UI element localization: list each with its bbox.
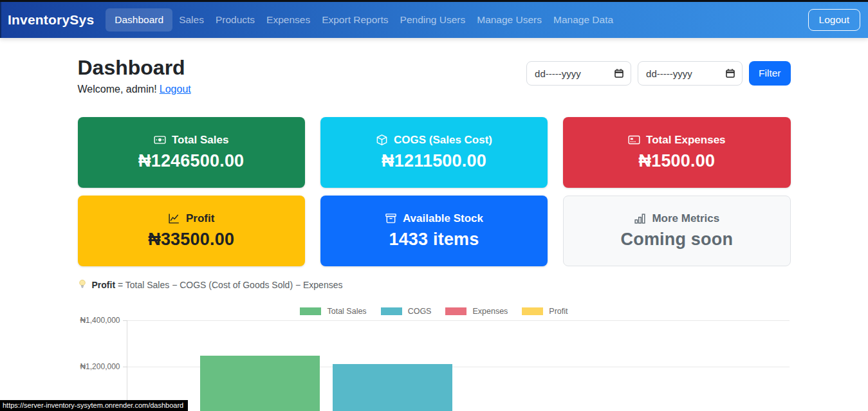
legend-item-expenses[interactable]: Expenses bbox=[445, 307, 508, 316]
chart-legend: Total SalesCOGSExpensesProfit bbox=[78, 307, 791, 316]
legend-label: Total Sales bbox=[327, 307, 366, 316]
legend-swatch bbox=[522, 307, 543, 315]
calendar-icon[interactable] bbox=[725, 68, 735, 78]
legend-item-cogs[interactable]: COGS bbox=[381, 307, 432, 316]
chart-area: ₦1,400,000₦1,200,000 bbox=[78, 320, 791, 411]
available-stock-card: Available Stock 1433 items bbox=[320, 196, 548, 266]
calendar-icon[interactable] bbox=[614, 68, 624, 78]
page-header: Dashboard Welcome, admin!Logout dd-----y… bbox=[78, 56, 791, 95]
profit-formula-tip: Profit = Total Sales − COGS (Cost of Goo… bbox=[78, 279, 791, 291]
nav-item-dashboard[interactable]: Dashboard bbox=[106, 8, 172, 32]
y-axis-tick bbox=[123, 367, 127, 367]
date-to-placeholder: dd-----yyyy bbox=[646, 68, 692, 79]
bar-total-sales bbox=[200, 356, 320, 411]
metric-title: Total Sales bbox=[172, 134, 229, 147]
graph-up-icon bbox=[168, 212, 180, 224]
metric-value: ₦33500.00 bbox=[148, 230, 234, 250]
nav-item-products[interactable]: Products bbox=[210, 9, 260, 31]
tip-text: Profit = Total Sales − COGS (Cost of Goo… bbox=[92, 280, 343, 290]
filter-button[interactable]: Filter bbox=[749, 61, 790, 86]
bar-cogs bbox=[333, 364, 452, 411]
metric-value: ₦1246500.00 bbox=[138, 151, 244, 171]
legend-item-profit[interactable]: Profit bbox=[522, 307, 568, 316]
more-metrics-card: More Metrics Coming soon bbox=[563, 196, 790, 266]
link-status-bar: https://server-inventory-sysytem.onrende… bbox=[0, 400, 188, 411]
expense-card-icon bbox=[628, 134, 640, 146]
nav-item-manage-data[interactable]: Manage Data bbox=[548, 9, 618, 31]
navbar-menu: DashboardSalesProductsExpensesExport Rep… bbox=[106, 8, 808, 32]
nav-item-export-reports[interactable]: Export Reports bbox=[317, 9, 393, 31]
metric-cards: Total Sales ₦1246500.00 COGS (Sales Cost… bbox=[78, 117, 791, 266]
metric-value: ₦1211500.00 bbox=[382, 151, 486, 171]
metric-value: Coming soon bbox=[620, 230, 733, 250]
box-icon bbox=[376, 134, 388, 146]
total-expenses-card: Total Expenses ₦1500.00 bbox=[563, 117, 790, 188]
y-axis-label: ₦1,200,000 bbox=[78, 362, 120, 371]
nav-item-expenses[interactable]: Expenses bbox=[261, 9, 315, 31]
legend-label: Profit bbox=[549, 307, 568, 316]
cogs-card: COGS (Sales Cost) ₦1211500.00 bbox=[320, 117, 548, 188]
profit-card: Profit ₦33500.00 bbox=[78, 196, 305, 266]
legend-item-total-sales[interactable]: Total Sales bbox=[300, 307, 366, 316]
metric-title: Available Stock bbox=[403, 212, 483, 225]
date-from-placeholder: dd-----yyyy bbox=[535, 68, 581, 79]
bar-chart-icon bbox=[634, 212, 646, 224]
y-axis-label: ₦1,400,000 bbox=[78, 316, 120, 325]
metric-value: ₦1500.00 bbox=[638, 151, 715, 171]
welcome-text: Welcome, admin!Logout bbox=[78, 84, 191, 95]
metric-title: More Metrics bbox=[652, 212, 719, 225]
date-to-input[interactable]: dd-----yyyy bbox=[638, 61, 743, 86]
nav-item-sales[interactable]: Sales bbox=[174, 9, 209, 31]
nav-item-manage-users[interactable]: Manage Users bbox=[472, 9, 547, 31]
welcome-logout-link[interactable]: Logout bbox=[160, 84, 191, 95]
nav-item-pending-users[interactable]: Pending Users bbox=[395, 9, 471, 31]
legend-swatch bbox=[381, 307, 402, 315]
y-axis-tick bbox=[123, 320, 127, 321]
legend-swatch bbox=[300, 307, 321, 315]
overview-chart: Total SalesCOGSExpensesProfit ₦1,400,000… bbox=[78, 307, 791, 411]
legend-swatch bbox=[445, 307, 466, 315]
metric-title: Total Expenses bbox=[646, 134, 725, 147]
date-from-input[interactable]: dd-----yyyy bbox=[526, 61, 631, 86]
top-navbar: InventorySys DashboardSalesProductsExpen… bbox=[0, 2, 868, 38]
gridline bbox=[127, 320, 790, 321]
lightbulb-icon bbox=[78, 279, 87, 291]
metric-title: Profit bbox=[186, 212, 214, 225]
metric-value: 1433 items bbox=[389, 230, 479, 250]
metric-title: COGS (Sales Cost) bbox=[394, 134, 492, 147]
logout-button[interactable]: Logout bbox=[808, 9, 860, 31]
page-title: Dashboard bbox=[78, 56, 191, 80]
legend-label: COGS bbox=[408, 307, 432, 316]
cash-icon bbox=[154, 134, 166, 146]
brand-logo[interactable]: InventorySys bbox=[8, 12, 94, 28]
welcome-label: Welcome, admin! bbox=[78, 84, 157, 95]
legend-label: Expenses bbox=[472, 307, 508, 316]
chart-plot bbox=[127, 320, 790, 411]
total-sales-card: Total Sales ₦1246500.00 bbox=[78, 117, 305, 188]
date-filter-group: dd-----yyyy dd-----yyyy Filter bbox=[526, 61, 790, 86]
archive-box-icon bbox=[385, 212, 397, 224]
